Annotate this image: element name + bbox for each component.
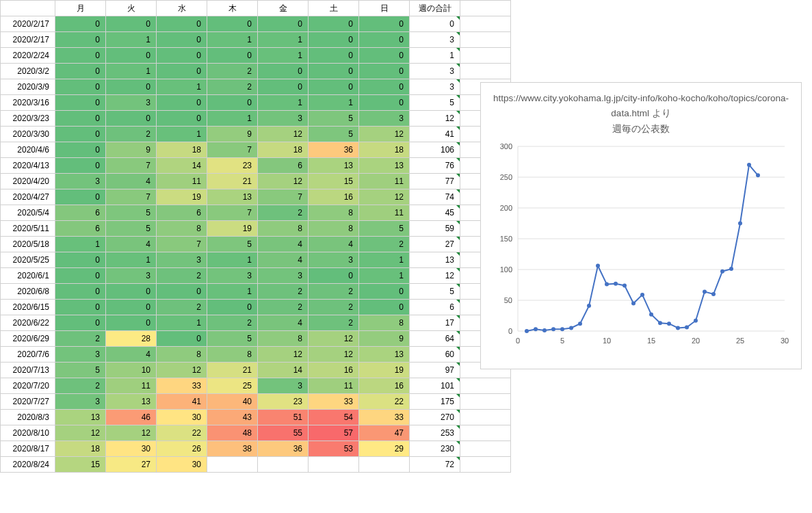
value-cell[interactable]: 53 xyxy=(309,441,359,457)
table-row[interactable]: 2020/3/3002191251241 xyxy=(1,127,511,142)
date-cell[interactable]: 2020/3/30 xyxy=(1,127,55,142)
value-cell[interactable]: 9 xyxy=(359,331,410,347)
value-cell[interactable]: 2 xyxy=(106,127,157,142)
total-cell[interactable]: 64 xyxy=(410,331,460,347)
value-cell[interactable]: 30 xyxy=(106,441,157,457)
value-cell[interactable]: 13 xyxy=(309,158,359,174)
value-cell[interactable]: 1 xyxy=(207,32,258,48)
date-cell[interactable]: 2020/4/6 xyxy=(1,142,55,158)
value-cell[interactable]: 11 xyxy=(309,378,359,394)
total-cell[interactable]: 59 xyxy=(410,221,460,237)
date-cell[interactable]: 2020/2/17 xyxy=(1,32,55,48)
value-cell[interactable]: 8 xyxy=(207,347,258,363)
total-cell[interactable]: 97 xyxy=(410,363,460,378)
value-cell[interactable]: 0 xyxy=(359,79,410,95)
value-cell[interactable]: 0 xyxy=(55,268,106,284)
table-row[interactable]: 2020/8/1718302638365329230 xyxy=(1,441,511,457)
value-cell[interactable]: 22 xyxy=(359,394,410,410)
value-cell[interactable]: 1 xyxy=(207,284,258,300)
value-cell[interactable]: 11 xyxy=(106,378,157,394)
value-cell[interactable]: 12 xyxy=(258,127,309,142)
value-cell[interactable]: 0 xyxy=(55,16,106,32)
value-cell[interactable]: 16 xyxy=(309,363,359,378)
value-cell[interactable]: 1 xyxy=(359,252,410,268)
value-cell[interactable]: 16 xyxy=(309,189,359,205)
value-cell[interactable]: 30 xyxy=(157,457,207,473)
value-cell[interactable]: 1 xyxy=(258,32,309,48)
table-row[interactable]: 2020/4/130714236131376 xyxy=(1,158,511,174)
value-cell[interactable]: 23 xyxy=(258,394,309,410)
total-cell[interactable]: 5 xyxy=(410,95,460,111)
value-cell[interactable]: 11 xyxy=(359,205,410,221)
value-cell[interactable]: 12 xyxy=(106,425,157,441)
value-cell[interactable]: 1 xyxy=(157,79,207,95)
total-cell[interactable]: 12 xyxy=(410,268,460,284)
total-cell[interactable]: 0 xyxy=(410,16,460,32)
value-cell[interactable]: 1 xyxy=(207,252,258,268)
value-cell[interactable]: 8 xyxy=(157,221,207,237)
value-cell[interactable]: 7 xyxy=(106,158,157,174)
total-cell[interactable]: 3 xyxy=(410,79,460,95)
value-cell[interactable]: 0 xyxy=(55,127,106,142)
value-cell[interactable]: 8 xyxy=(359,315,410,331)
value-cell[interactable]: 55 xyxy=(258,425,309,441)
value-cell[interactable]: 1 xyxy=(258,48,309,64)
total-cell[interactable]: 101 xyxy=(410,378,460,394)
table-row[interactable]: 2020/3/201020003 xyxy=(1,64,511,79)
value-cell[interactable]: 6 xyxy=(157,205,207,221)
value-cell[interactable]: 14 xyxy=(258,363,309,378)
value-cell[interactable]: 12 xyxy=(258,174,309,189)
date-cell[interactable]: 2020/7/27 xyxy=(1,394,55,410)
table-row[interactable]: 2020/4/609187183618106 xyxy=(1,142,511,158)
value-cell[interactable]: 0 xyxy=(157,95,207,111)
value-cell[interactable]: 5 xyxy=(55,363,106,378)
value-cell[interactable]: 5 xyxy=(106,205,157,221)
value-cell[interactable]: 2 xyxy=(55,331,106,347)
table-row[interactable]: 2020/6/2922805812964 xyxy=(1,331,511,347)
value-cell[interactable]: 9 xyxy=(106,142,157,158)
total-cell[interactable]: 77 xyxy=(410,174,460,189)
value-cell[interactable]: 15 xyxy=(309,174,359,189)
date-cell[interactable]: 2020/2/24 xyxy=(1,48,55,64)
table-row[interactable]: 2020/6/22001242817 xyxy=(1,315,511,331)
value-cell[interactable]: 0 xyxy=(157,48,207,64)
value-cell[interactable]: 27 xyxy=(106,457,157,473)
date-cell[interactable]: 2020/8/10 xyxy=(1,425,55,441)
value-cell[interactable]: 2 xyxy=(207,64,258,79)
value-cell[interactable]: 6 xyxy=(55,221,106,237)
value-cell[interactable]: 0 xyxy=(106,111,157,127)
value-cell[interactable]: 43 xyxy=(207,410,258,425)
value-cell[interactable]: 3 xyxy=(55,394,106,410)
date-cell[interactable]: 2020/7/20 xyxy=(1,378,55,394)
value-cell[interactable]: 18 xyxy=(157,142,207,158)
value-cell[interactable]: 7 xyxy=(157,237,207,252)
value-cell[interactable]: 1 xyxy=(359,268,410,284)
value-cell[interactable]: 5 xyxy=(359,221,410,237)
value-cell[interactable]: 8 xyxy=(309,205,359,221)
value-cell[interactable]: 19 xyxy=(359,363,410,378)
table-row[interactable]: 2020/4/270719137161274 xyxy=(1,189,511,205)
value-cell[interactable]: 21 xyxy=(207,174,258,189)
value-cell[interactable]: 10 xyxy=(106,363,157,378)
date-cell[interactable]: 2020/4/13 xyxy=(1,158,55,174)
value-cell[interactable]: 4 xyxy=(106,347,157,363)
value-cell[interactable]: 12 xyxy=(309,331,359,347)
table-row[interactable]: 2020/7/13510122114161997 xyxy=(1,363,511,378)
value-cell[interactable]: 0 xyxy=(157,284,207,300)
date-cell[interactable]: 2020/4/27 xyxy=(1,189,55,205)
date-cell[interactable]: 2020/6/8 xyxy=(1,284,55,300)
table-row[interactable]: 2020/5/18147544227 xyxy=(1,237,511,252)
value-cell[interactable]: 12 xyxy=(258,347,309,363)
total-cell[interactable]: 74 xyxy=(410,189,460,205)
value-cell[interactable]: 0 xyxy=(55,158,106,174)
value-cell[interactable]: 13 xyxy=(359,347,410,363)
value-cell[interactable]: 7 xyxy=(106,189,157,205)
value-cell[interactable]: 0 xyxy=(359,48,410,64)
value-cell[interactable]: 5 xyxy=(309,111,359,127)
value-cell[interactable]: 3 xyxy=(258,268,309,284)
value-cell[interactable]: 26 xyxy=(157,441,207,457)
table-row[interactable]: 2020/5/46567281145 xyxy=(1,205,511,221)
value-cell[interactable]: 11 xyxy=(157,174,207,189)
table-row[interactable]: 2020/7/20211332531116101 xyxy=(1,378,511,394)
value-cell[interactable]: 3 xyxy=(309,252,359,268)
